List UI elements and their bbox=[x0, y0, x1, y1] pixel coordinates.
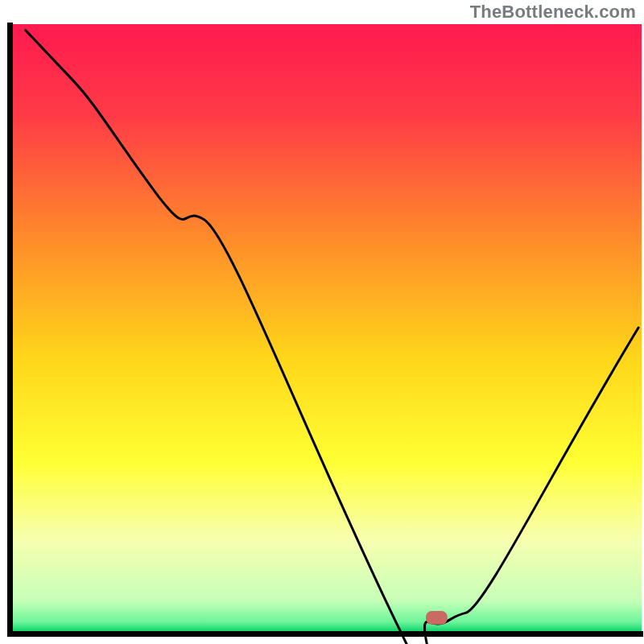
chart-stage: TheBottleneck.com bbox=[0, 0, 644, 644]
watermark-text: TheBottleneck.com bbox=[470, 2, 636, 23]
optimal-point-marker bbox=[426, 611, 448, 625]
bottleneck-chart bbox=[0, 0, 644, 644]
plot-background bbox=[13, 24, 642, 631]
